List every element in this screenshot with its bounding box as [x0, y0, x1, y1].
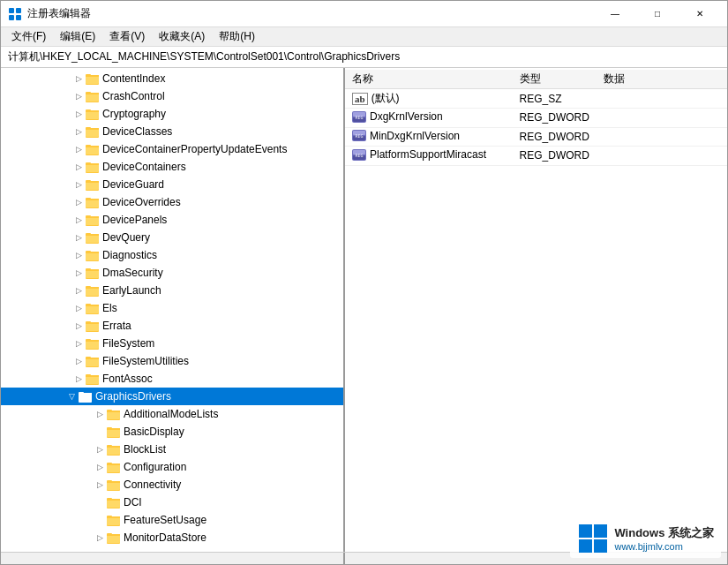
tree-item-CrashControl[interactable]: ▷ CrashControl — [1, 87, 343, 105]
expand-icon[interactable]: ▷ — [71, 124, 86, 139]
tree-label: Connectivity — [124, 478, 181, 491]
expand-icon[interactable]: ▷ — [93, 442, 107, 456]
folder-icon — [86, 373, 100, 385]
svg-rect-79 — [79, 393, 92, 395]
expand-icon[interactable]: ▷ — [71, 354, 86, 368]
expand-icon[interactable]: ▷ — [71, 213, 86, 227]
tree-item-DeviceOverrides[interactable]: ▷ DeviceOverrides — [1, 193, 343, 211]
tree-item-Connectivity[interactable]: ▷ Connectivity — [1, 476, 343, 493]
tree-label: FontAssoc — [102, 373, 153, 385]
tree-item-DevQuery[interactable]: ▷ DevQuery — [1, 229, 343, 246]
expand-icon[interactable]: ▷ — [93, 478, 107, 492]
tree-label: DeviceContainers — [102, 161, 186, 173]
svg-rect-31 — [86, 181, 99, 183]
tree-item-Errata[interactable]: ▷ Errata — [1, 317, 343, 335]
tree-item-Configuration[interactable]: ▷ Configuration — [1, 458, 343, 476]
svg-rect-23 — [86, 146, 99, 147]
minimize-button[interactable]: — — [595, 2, 635, 26]
table-row[interactable]: REG PlatformSupportMiracast REG_DWORD — [345, 147, 727, 166]
tree-item-FeatureSetUsage[interactable]: ▷ FeatureSetUsage — [1, 511, 343, 529]
tree-item-DevicePanels[interactable]: ▷ DevicePanels — [1, 211, 343, 229]
tree-label: EarlyLaunch — [102, 284, 161, 297]
expand-icon[interactable]: ▷ — [71, 195, 86, 209]
close-button[interactable]: ✕ — [679, 2, 720, 26]
tree-item-DeviceContainerPropertyUpdateEvents[interactable]: ▷ DeviceContainerPropertyUpdateEvents — [1, 140, 343, 158]
expand-icon[interactable]: ▷ — [71, 177, 86, 192]
registry-table: 名称 类型 数据 ab (默认) REG_SZ — [345, 70, 727, 166]
table-row[interactable]: REG MinDxgKrnlVersion REG_DWORD — [345, 127, 727, 147]
folder-icon — [107, 461, 121, 473]
tree-item-ContentIndex[interactable]: ▷ ContentIndex — [1, 70, 343, 87]
window-controls: — □ ✕ — [595, 2, 720, 26]
tree-item-BasicDisplay[interactable]: ▷ BasicDisplay — [1, 423, 343, 441]
tree-item-FontAssoc[interactable]: ▷ FontAssoc — [1, 370, 343, 388]
svg-rect-83 — [107, 411, 120, 412]
tree-item-FileSystem[interactable]: ▷ FileSystem — [1, 335, 343, 352]
table-row[interactable]: REG DxgKrnlVersion REG_DWORD — [345, 109, 727, 128]
tree-item-BlockList[interactable]: ▷ BlockList — [1, 441, 343, 458]
expand-icon[interactable]: ▷ — [71, 142, 86, 156]
expand-icon[interactable]: ▷ — [71, 301, 86, 315]
address-path: 计算机\HKEY_LOCAL_MACHINE\SYSTEM\ControlSet… — [8, 49, 400, 64]
tree-item-GraphicsDrivers[interactable]: ▽ GraphicsDrivers — [1, 388, 343, 405]
menu-view[interactable]: 查看(V) — [102, 27, 152, 46]
tree-label: DevicePanels — [102, 214, 167, 226]
svg-rect-0 — [9, 8, 14, 13]
tree-item-DeviceClasses[interactable]: ▷ DeviceClasses — [1, 123, 343, 140]
expand-icon[interactable]: ▷ — [71, 336, 86, 350]
folder-icon — [86, 320, 100, 332]
expand-icon[interactable]: ▷ — [71, 160, 86, 174]
watermark-url: www.bjjmlv.com — [614, 541, 714, 552]
svg-rect-99 — [107, 481, 120, 483]
maximize-button[interactable]: □ — [637, 2, 678, 26]
tree-item-Cryptography[interactable]: ▷ Cryptography — [1, 105, 343, 123]
table-row[interactable]: ab (默认) REG_SZ — [345, 89, 727, 109]
folder-icon — [86, 267, 100, 279]
col-name[interactable]: 名称 — [345, 70, 513, 89]
menu-edit[interactable]: 编辑(E) — [53, 27, 102, 46]
expand-icon[interactable]: ▷ — [71, 248, 86, 262]
expand-icon[interactable]: ▷ — [93, 531, 107, 545]
expand-icon[interactable]: ▷ — [93, 460, 107, 474]
svg-rect-127 — [594, 539, 607, 553]
tree-label: Configuration — [124, 461, 186, 473]
folder-icon — [86, 161, 100, 173]
expand-icon[interactable]: ▷ — [71, 230, 86, 245]
expand-icon[interactable]: ▷ — [71, 266, 86, 280]
tree-item-EarlyLaunch[interactable]: ▷ EarlyLaunch — [1, 282, 343, 299]
col-type[interactable]: 类型 — [513, 70, 597, 89]
expand-icon[interactable]: ▷ — [71, 72, 86, 86]
svg-rect-7 — [86, 75, 99, 77]
menu-favorites[interactable]: 收藏夹(A) — [152, 27, 212, 46]
expand-icon[interactable]: ▽ — [64, 389, 79, 403]
tree-item-DmaSecurity[interactable]: ▷ DmaSecurity — [1, 264, 343, 282]
expand-icon[interactable]: ▷ — [71, 372, 86, 386]
dword-icon: REG — [352, 130, 366, 141]
tree-item-FileSystemUtilities[interactable]: ▷ FileSystemUtilities — [1, 352, 343, 370]
right-pane[interactable]: 名称 类型 数据 ab (默认) REG_SZ — [345, 68, 727, 552]
tree-item-AdditionalModeLists[interactable]: ▷ AdditionalModeLists — [1, 405, 343, 423]
tree-label: DCI — [124, 496, 142, 508]
expand-icon[interactable]: ▷ — [71, 283, 86, 298]
svg-rect-15 — [86, 110, 99, 112]
tree-label: DeviceGuard — [102, 178, 164, 191]
expand-icon[interactable]: ▷ — [71, 107, 86, 121]
tree-item-DeviceContainers[interactable]: ▷ DeviceContainers — [1, 158, 343, 176]
svg-rect-55 — [86, 287, 99, 289]
tree-item-DeviceGuard[interactable]: ▷ DeviceGuard — [1, 176, 343, 193]
app-icon — [8, 7, 22, 21]
expand-icon[interactable]: ▷ — [71, 89, 86, 103]
col-data[interactable]: 数据 — [597, 70, 727, 89]
tree-item-Diagnostics[interactable]: ▷ Diagnostics — [1, 246, 343, 264]
expand-icon[interactable]: ▷ — [71, 319, 86, 333]
menu-help[interactable]: 帮助(H) — [212, 27, 262, 46]
expand-icon[interactable]: ▷ — [93, 407, 107, 421]
tree-item-MonitorDataStore[interactable]: ▷ MonitorDataStore — [1, 529, 343, 546]
tree-item-Els[interactable]: ▷ Els — [1, 299, 343, 317]
tree-item-DCI[interactable]: ▷ DCI — [1, 493, 343, 511]
tree-pane[interactable]: ▷ ContentIndex ▷ CrashControl — [1, 68, 345, 552]
menu-file[interactable]: 文件(F) — [4, 27, 53, 46]
svg-rect-126 — [579, 539, 592, 553]
folder-icon — [107, 443, 121, 456]
tree-label: DmaSecurity — [102, 267, 163, 279]
